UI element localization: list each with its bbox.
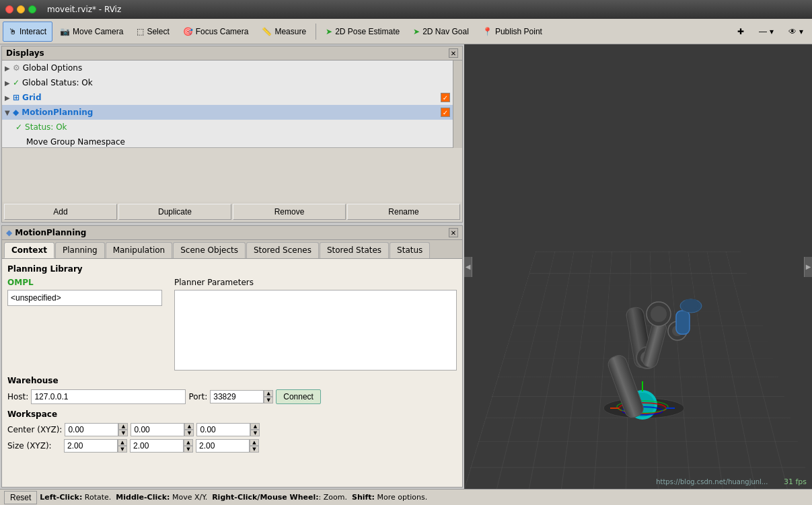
toolbar-right: ✚ — ▾ 👁 ▾ bbox=[731, 22, 809, 42]
planner-select-wrapper: <unspecified> bbox=[7, 290, 169, 306]
remove-button[interactable]: Remove bbox=[233, 204, 346, 220]
url-text: https://blog.csdn.net/huangjunl... bbox=[656, 478, 768, 485]
minimize-button[interactable] bbox=[17, 5, 25, 13]
tab-context[interactable]: Context bbox=[4, 242, 54, 258]
measure-icon: 📏 bbox=[262, 27, 272, 36]
measure-button[interactable]: 📏 Measure bbox=[256, 22, 312, 42]
port-input[interactable] bbox=[210, 390, 264, 403]
port-down-button[interactable]: ▼ bbox=[264, 397, 273, 403]
viewport-handle-right[interactable]: ▶ bbox=[804, 257, 812, 277]
view-options-button[interactable]: — ▾ bbox=[753, 22, 780, 42]
focus-camera-button[interactable]: 🎯 Focus Camera bbox=[177, 22, 255, 42]
planner-right: Planner Parameters bbox=[174, 278, 457, 371]
cz-up[interactable]: ▲ bbox=[250, 423, 260, 430]
grid-icon: ⊞ bbox=[13, 93, 20, 102]
maximize-button[interactable] bbox=[28, 5, 36, 13]
window-title: moveit.rviz* - RViz bbox=[47, 5, 121, 14]
tab-planning[interactable]: Planning bbox=[55, 242, 105, 258]
connect-button[interactable]: Connect bbox=[276, 389, 321, 404]
window-controls[interactable] bbox=[5, 5, 36, 13]
center-y-input-group: ▲▼ bbox=[131, 423, 194, 436]
arrow-icon: ▼ bbox=[5, 109, 13, 116]
tab-stored-states[interactable]: Stored States bbox=[320, 242, 389, 258]
port-up-button[interactable]: ▲ bbox=[264, 390, 273, 397]
tab-scene-objects[interactable]: Scene Objects bbox=[173, 242, 246, 258]
displays-close-button[interactable]: ✕ bbox=[449, 48, 458, 58]
sx-up[interactable]: ▲ bbox=[118, 439, 127, 446]
tab-stored-scenes[interactable]: Stored Scenes bbox=[246, 242, 319, 258]
3d-viewport[interactable]: ◀ ▶ https://blog.csdn.net/huangjunl... 3… bbox=[464, 44, 812, 489]
cy-up[interactable]: ▲ bbox=[184, 423, 194, 430]
motion-planning-panel: ◆ MotionPlanning ✕ Context Planning Mani… bbox=[1, 225, 463, 488]
size-xyz-row: Size (XYZ): ▲▼ ▲▼ ▲▼ bbox=[7, 439, 457, 453]
host-input[interactable] bbox=[31, 389, 186, 404]
arrow-icon: ▶ bbox=[5, 79, 13, 87]
publish-point-button[interactable]: 📍 Publish Point bbox=[476, 22, 548, 42]
cz-down[interactable]: ▼ bbox=[250, 430, 260, 436]
displays-panel-header: Displays ✕ bbox=[2, 46, 462, 61]
svg-point-15 bbox=[651, 306, 667, 322]
sz-up[interactable]: ▲ bbox=[250, 439, 259, 446]
tab-status[interactable]: Status bbox=[390, 242, 430, 258]
interact-button[interactable]: 🖱 Interact bbox=[3, 22, 52, 42]
cy-down[interactable]: ▼ bbox=[184, 430, 194, 436]
displays-tree: ▶ ⚙ Global Options ▶ ✓ Global Status: Ok… bbox=[2, 61, 453, 148]
reset-button[interactable]: Reset bbox=[4, 491, 37, 504]
duplicate-button[interactable]: Duplicate bbox=[118, 204, 231, 220]
displays-scrollbar[interactable] bbox=[453, 61, 462, 148]
viewport-handle-left[interactable]: ◀ bbox=[464, 257, 472, 277]
grid-checkbox[interactable]: ✓ bbox=[441, 93, 450, 102]
nav-goal-button[interactable]: ➤ 2D Nav Goal bbox=[407, 22, 475, 42]
sy-down[interactable]: ▼ bbox=[184, 446, 193, 453]
port-spinner-btns: ▲ ▼ bbox=[264, 390, 273, 403]
cx-down[interactable]: ▼ bbox=[118, 430, 128, 436]
motion-planning-close-button[interactable]: ✕ bbox=[449, 228, 458, 237]
close-button[interactable] bbox=[5, 5, 13, 13]
fps-indicator: https://blog.csdn.net/huangjunl... 31 fp… bbox=[656, 477, 807, 486]
add-view-button[interactable]: ✚ bbox=[731, 22, 750, 42]
planner-select[interactable]: <unspecified> bbox=[7, 290, 162, 306]
move-camera-button[interactable]: 📷 Move Camera bbox=[54, 22, 129, 42]
size-y-input[interactable] bbox=[130, 439, 184, 453]
tree-item-status[interactable]: ✓ Status: Ok bbox=[2, 120, 453, 134]
add-button[interactable]: Add bbox=[4, 204, 117, 220]
select-button[interactable]: ⬚ Select bbox=[131, 22, 175, 42]
tab-manipulation[interactable]: Manipulation bbox=[106, 242, 173, 258]
eye-icon: 👁 bbox=[788, 27, 797, 36]
sz-down[interactable]: ▼ bbox=[250, 446, 259, 453]
center-x-input-group: ▲▼ bbox=[65, 423, 128, 436]
rename-button[interactable]: Rename bbox=[347, 204, 460, 220]
toolbar-sep-1 bbox=[316, 24, 316, 40]
checkmark-icon: ✓ bbox=[15, 122, 22, 132]
center-z-input[interactable] bbox=[196, 423, 250, 436]
tree-item-global-status[interactable]: ▶ ✓ Global Status: Ok bbox=[2, 75, 453, 90]
arrow-icon: ▶ bbox=[5, 65, 13, 72]
svg-rect-17 bbox=[684, 299, 698, 309]
size-z-input-group: ▲▼ bbox=[196, 439, 259, 453]
tree-item-grid[interactable]: ▶ ⊞ Grid ✓ bbox=[2, 90, 453, 105]
motion-checkbox[interactable]: ✓ bbox=[441, 108, 450, 117]
motion-planning-header: ◆ MotionPlanning ✕ bbox=[2, 226, 462, 240]
tree-item-motion-planning[interactable]: ▼ ◆ MotionPlanning ✓ bbox=[2, 105, 453, 120]
ompl-label: OMPL bbox=[7, 278, 169, 287]
focus-camera-icon: 🎯 bbox=[183, 27, 193, 36]
size-x-input[interactable] bbox=[64, 439, 118, 453]
tree-item-global-options[interactable]: ▶ ⚙ Global Options bbox=[2, 61, 453, 75]
titlebar: moveit.rviz* - RViz bbox=[0, 0, 812, 19]
tree-item-move-group-ns[interactable]: Move Group Namespace bbox=[2, 134, 453, 148]
robot-svg bbox=[543, 247, 745, 435]
select-icon: ⬚ bbox=[137, 27, 144, 36]
pose-estimate-button[interactable]: ➤ 2D Pose Estimate bbox=[320, 22, 406, 42]
eye-button[interactable]: 👁 ▾ bbox=[782, 22, 809, 42]
tree-label: Move Group Namespace bbox=[26, 137, 450, 147]
size-z-input[interactable] bbox=[196, 439, 250, 453]
center-y-input[interactable] bbox=[131, 423, 184, 436]
cx-up[interactable]: ▲ bbox=[118, 423, 128, 430]
fps-value: 31 fps bbox=[784, 477, 807, 486]
sx-down[interactable]: ▼ bbox=[118, 446, 127, 453]
sy-up[interactable]: ▲ bbox=[184, 439, 193, 446]
planning-library-title: Planning Library bbox=[7, 264, 457, 274]
main-toolbar: 🖱 Interact 📷 Move Camera ⬚ Select 🎯 Focu… bbox=[0, 19, 812, 44]
center-x-input[interactable] bbox=[65, 423, 118, 436]
svg-rect-13 bbox=[676, 311, 690, 334]
